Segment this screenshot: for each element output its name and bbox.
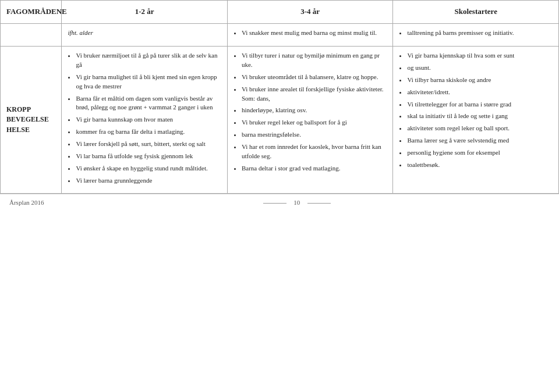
footer-page-number: 10 — [293, 199, 300, 206]
intro-row: ifht. alder Vi snakker mest mulig med ba… — [1, 23, 559, 46]
intro-label-cell — [1, 23, 62, 46]
list-item: Vi tilrettelegger for at barna i større … — [407, 100, 553, 109]
kropp-skolestartere-list: Vi gir barna kjennskap til hva som er su… — [399, 51, 553, 170]
list-item: kommer fra og barna får delta i matlagin… — [76, 127, 221, 137]
footer-line-right — [307, 203, 331, 204]
footer: Årsplan 2016 10 — [0, 194, 559, 211]
intro-skolestartere-cell: talltrening på barns premisser og initia… — [393, 23, 559, 46]
list-item: Vi bruker uteområdet til å balansere, kl… — [242, 73, 387, 82]
list-item: hinderløype, klatring osv. — [242, 106, 387, 115]
footer-center: 10 — [257, 199, 337, 206]
list-item: skal ta initiativ til å lede og sette i … — [407, 112, 553, 121]
list-item: Vi tilbyr turer i natur og bymiljø minim… — [242, 51, 387, 70]
list-item: Vi bruker nærmiljoet til å gå på turer s… — [76, 51, 221, 70]
list-item: aktiviteter/idrett. — [407, 88, 553, 97]
kropp-1-2-cell: Vi bruker nærmiljoet til å gå på turer s… — [62, 46, 228, 193]
list-item: toalettbesøk. — [407, 161, 553, 170]
list-item: Vi bruker regel leker og ballsport for å… — [242, 118, 387, 127]
list-item: barna mestringsfølelse. — [242, 130, 387, 140]
col-1-2-header: 1-2 år — [62, 1, 228, 24]
col-skolestartere-header: Skolestartere — [393, 1, 559, 24]
col-fagomraadene-header: FAGOMRÅDENE — [1, 1, 62, 24]
list-item: Barna får et måltid om dagen som vanligv… — [76, 94, 221, 113]
intro-3-4-cell: Vi snakker mest mulig med barna og minst… — [227, 23, 393, 46]
list-item: Vi lar barna få utfolde seg fysisk gjenn… — [76, 152, 221, 161]
list-item: Vi gir barna kunnskap om hvor maten — [76, 115, 221, 124]
kropp-3-4-list: Vi tilbyr turer i natur og bymiljø minim… — [233, 51, 387, 173]
list-item: personlig hygiene som for eksempel — [407, 148, 553, 158]
kropp-1-2-list: Vi bruker nærmiljoet til å gå på turer s… — [68, 51, 221, 186]
col-3-4-header: 3-4 år — [227, 1, 393, 24]
header-row: FAGOMRÅDENE 1-2 år 3-4 år Skolestartere — [1, 1, 559, 24]
list-item: Vi lærer forskjell på søtt, surt, bitter… — [76, 140, 221, 149]
list-item: og usunt. — [407, 63, 553, 73]
alder-note: ifht. alder — [68, 28, 221, 38]
list-item: Vi snakker mest mulig med barna og minst… — [242, 28, 387, 38]
list-item: Vi bruker inne arealet til forskjellige … — [242, 85, 387, 104]
kropp-skolestartere-cell: Vi gir barna kjennskap til hva som er su… — [393, 46, 559, 193]
list-item: aktiviteter som regel leker og ball spor… — [407, 124, 553, 133]
list-item: Vi tilbyr barna skiskole og andre — [407, 76, 553, 85]
main-table: FAGOMRÅDENE 1-2 år 3-4 år Skolestartere … — [0, 0, 559, 194]
footer-left: Årsplan 2016 — [9, 199, 44, 206]
list-item: Vi gir barna kjennskap til hva som er su… — [407, 51, 553, 60]
list-item: Vi ønsker å skape en hyggelig stund rund… — [76, 164, 221, 173]
intro-3-4-list: Vi snakker mest mulig med barna og minst… — [233, 28, 387, 38]
list-item: Vi lærer barna grunnleggende — [76, 176, 221, 186]
list-item: Vi gir barna mulighet til å bli kjent me… — [76, 73, 221, 91]
list-item: Vi har et rom innredet for kaoslek, hvor… — [242, 142, 387, 161]
list-item: talltrening på barns premisser og initia… — [407, 28, 553, 38]
footer-line-left — [263, 203, 286, 204]
list-item: Barna deltar i stor grad ved matlaging. — [242, 164, 387, 173]
intro-skolestartere-list: talltrening på barns premisser og initia… — [399, 28, 553, 38]
kropp-3-4-cell: Vi tilbyr turer i natur og bymiljø minim… — [227, 46, 393, 193]
intro-1-2-cell: ifht. alder — [62, 23, 228, 46]
list-item: Barna lærer seg å være selvstendig med — [407, 136, 553, 145]
page: FAGOMRÅDENE 1-2 år 3-4 år Skolestartere … — [0, 0, 559, 211]
section-label-kropp: KROPP BEVEGELSE HELSE — [1, 46, 62, 193]
kropp-row: KROPP BEVEGELSE HELSE Vi bruker nærmiljo… — [1, 46, 559, 193]
